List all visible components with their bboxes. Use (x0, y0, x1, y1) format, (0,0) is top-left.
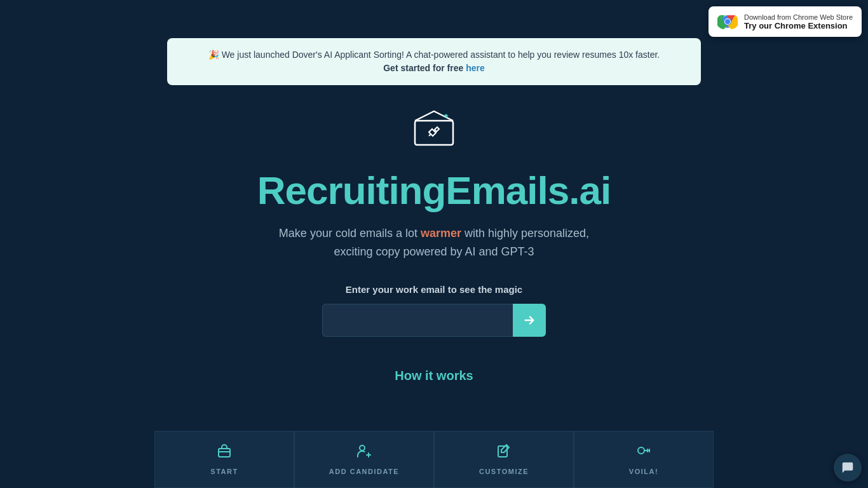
svg-rect-7 (219, 449, 230, 457)
arrow-right-icon (522, 313, 536, 327)
svg-point-3 (725, 19, 730, 24)
announcement-cta: Get started for free here (182, 62, 686, 75)
chat-icon (841, 461, 855, 475)
step-customize[interactable]: CUSTOMIZE (434, 431, 574, 488)
announcement-text: 🎉 We just launched Dover's AI Applicant … (182, 48, 686, 62)
how-it-works-title: How it works (0, 369, 868, 383)
main-title: RecruitingEmails.ai (257, 168, 611, 213)
subtitle: Make your cold emails a lot warmer with … (262, 224, 606, 261)
person-add-icon (356, 444, 372, 463)
step-add-candidate[interactable]: ADD CANDIDATE (294, 431, 434, 488)
email-icon-wrapper: ✦ (412, 108, 456, 149)
svg-text:✦: ✦ (444, 112, 449, 119)
email-section: Enter your work email to see the magic (0, 284, 868, 337)
email-submit-button[interactable] (513, 304, 546, 337)
here-link[interactable]: here (466, 63, 485, 73)
svg-point-9 (360, 445, 365, 451)
key-icon (636, 444, 651, 463)
announcement-bar: 🎉 We just launched Dover's AI Applicant … (167, 38, 701, 85)
email-envelope-icon: ✦ (412, 108, 456, 146)
step-voila[interactable]: VOILA! (574, 431, 714, 488)
svg-rect-4 (415, 121, 453, 145)
email-label: Enter your work email to see the magic (346, 284, 522, 295)
chrome-logo-icon (717, 11, 738, 32)
chrome-extension-banner[interactable]: Download from Chrome Web Store Try our C… (709, 6, 862, 37)
svg-line-5 (429, 134, 431, 136)
briefcase-icon (217, 444, 232, 463)
email-input-row (322, 304, 546, 337)
steps-row: START ADD CANDIDATE CUSTOMIZE (0, 431, 868, 488)
email-input[interactable] (322, 304, 513, 337)
step-add-candidate-label: ADD CANDIDATE (329, 468, 399, 475)
svg-point-13 (638, 447, 644, 454)
edit-icon (496, 444, 512, 463)
chrome-banner-text: Download from Chrome Web Store Try our C… (744, 13, 853, 30)
step-voila-label: VOILA! (629, 468, 658, 475)
how-it-works-section: How it works (0, 369, 868, 397)
step-start-label: START (210, 468, 238, 475)
chat-bubble-button[interactable] (834, 454, 862, 482)
step-start[interactable]: START (154, 431, 294, 488)
step-customize-label: CUSTOMIZE (479, 468, 529, 475)
